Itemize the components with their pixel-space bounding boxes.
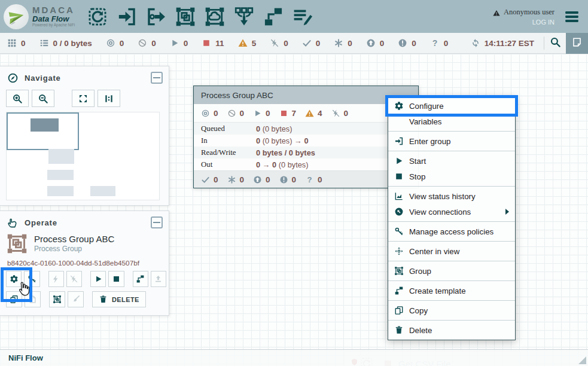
transmitting-icon (106, 38, 115, 48)
menu-item-view-status-history[interactable]: View status history (388, 188, 515, 204)
status-count: 5 (252, 39, 257, 48)
process-group-stat-row: Read/Write0 bytes / 0 bytes (194, 147, 418, 158)
breadcrumb-bar: NiFi Flow (0, 349, 588, 366)
user-block: Anonymous user LOG IN (493, 8, 555, 26)
status-item: 0 (270, 38, 288, 48)
funnel-icon[interactable] (233, 6, 255, 28)
menu-group: View status historyView connections (388, 187, 515, 222)
menu-item-manage-access-policies[interactable]: Manage access policies (388, 224, 515, 239)
status-count: 0 (444, 39, 449, 48)
save-template-button[interactable] (133, 271, 148, 287)
menu-item-label: View connections (409, 208, 471, 216)
commit-button[interactable] (151, 271, 166, 287)
center-icon (394, 246, 404, 256)
start-button[interactable] (90, 271, 106, 287)
menu-group: Create template (388, 281, 515, 301)
menu-item-label: View status history (409, 192, 476, 201)
refresh-icon[interactable] (471, 38, 480, 48)
delete-button[interactable]: DELETE (92, 291, 146, 307)
copy-button[interactable] (6, 291, 22, 307)
status-item: 4 (305, 109, 322, 118)
breadcrumb[interactable]: NiFi Flow (8, 353, 43, 362)
menu-item-center-in-view[interactable]: Center in view (388, 243, 515, 259)
paste-button[interactable] (25, 291, 41, 307)
resize-grip[interactable] (578, 356, 586, 364)
panel-toggle-button[interactable] (566, 33, 588, 54)
menu-item-stop[interactable]: Stop (388, 169, 515, 184)
menu-item-copy[interactable]: Copy (388, 303, 515, 318)
actual-size-button[interactable] (98, 90, 120, 107)
zoom-fit-button[interactable] (72, 90, 95, 107)
status-count: 0 (21, 39, 26, 48)
menu-item-create-template[interactable]: Create template (388, 283, 515, 298)
compass-icon (7, 72, 19, 84)
stop-button[interactable] (108, 271, 124, 287)
process-group-node[interactable]: Process Group ABC 000740 Queued0 (0 byte… (193, 86, 419, 188)
refresh-block[interactable]: 14:11:27 EST (471, 38, 534, 48)
up-to-date-icon (201, 175, 210, 184)
menu-item-delete[interactable]: Delete (388, 322, 515, 338)
operate-panel-title: Operate (25, 218, 57, 227)
locally-modified-stale-icon (279, 175, 288, 184)
menu-item-enter-group[interactable]: Enter group (388, 133, 515, 149)
menu-item-label: Configure (409, 102, 444, 111)
login-link[interactable]: LOG IN (532, 19, 555, 26)
minimap-component (48, 149, 74, 164)
status-count: 0 (214, 109, 218, 118)
search-button[interactable] (544, 33, 566, 54)
svg-text:?: ? (432, 38, 437, 48)
process-group-icon[interactable] (175, 6, 196, 28)
stat-value: 0 (0 bytes) → 0 (256, 136, 309, 145)
processor-icon[interactable] (87, 6, 108, 28)
color-button[interactable] (68, 291, 84, 307)
stat-label: In (201, 136, 256, 145)
status-item: 0 (227, 109, 245, 118)
zoom-out-button[interactable] (32, 90, 54, 107)
output-port-icon[interactable] (145, 6, 167, 28)
running-icon (394, 156, 404, 166)
menu-item-configure[interactable]: Configure (388, 98, 515, 114)
enable-button[interactable] (48, 271, 64, 287)
copy-icon (394, 306, 404, 315)
label-icon[interactable] (292, 6, 313, 28)
input-port-icon[interactable] (116, 6, 138, 28)
stat-value: 0 bytes / 0 bytes (256, 148, 315, 157)
status-count: 0 (412, 39, 416, 48)
menu-item-variables[interactable]: Variables (388, 114, 515, 129)
component-name: Process Group ABC (34, 234, 114, 245)
menu-item-label: Group (409, 267, 431, 276)
user-warning-icon (493, 8, 500, 16)
flow-canvas[interactable]: Get CSV File Navigate Operate (0, 54, 588, 366)
status-item: ?0 (305, 175, 322, 184)
status-item: 0 (331, 109, 349, 118)
group-button[interactable] (49, 291, 65, 307)
navigate-panel-title: Navigate (25, 74, 61, 83)
menu-group: Delete (388, 321, 515, 340)
not-transmitting-icon (138, 38, 147, 48)
status-count: 11 (215, 39, 224, 48)
menu-item-label: Copy (409, 306, 428, 315)
disable-button[interactable] (66, 271, 82, 287)
status-item: 0 (170, 38, 188, 48)
svg-text:?: ? (307, 175, 312, 184)
configure-button[interactable] (6, 271, 22, 287)
menu-item-view-connections[interactable]: View connections (388, 204, 515, 219)
remote-process-group-icon[interactable] (204, 6, 226, 28)
status-count: 0 (344, 109, 349, 118)
collapse-navigate-button[interactable] (151, 72, 163, 84)
menu-item-group[interactable]: Group (388, 263, 515, 279)
logo-plane-icon (4, 4, 29, 29)
zoom-in-button[interactable] (6, 90, 29, 107)
process-group-stat-row: Out0 → 0 (0 bytes) (194, 158, 418, 170)
operate-selected-component: Process Group ABC Process Group (0, 232, 169, 255)
component-toolbar (87, 6, 313, 28)
menu-item-start[interactable]: Start (388, 153, 515, 169)
global-menu-icon[interactable] (563, 9, 581, 25)
access-policies-button[interactable] (24, 271, 39, 287)
minimap[interactable] (6, 112, 160, 200)
process-group-node-title[interactable]: Process Group ABC (194, 86, 418, 104)
status-count: 0 (318, 175, 322, 184)
collapse-operate-button[interactable] (151, 216, 163, 228)
locally-modified-icon (227, 175, 236, 184)
template-icon[interactable] (263, 6, 284, 28)
